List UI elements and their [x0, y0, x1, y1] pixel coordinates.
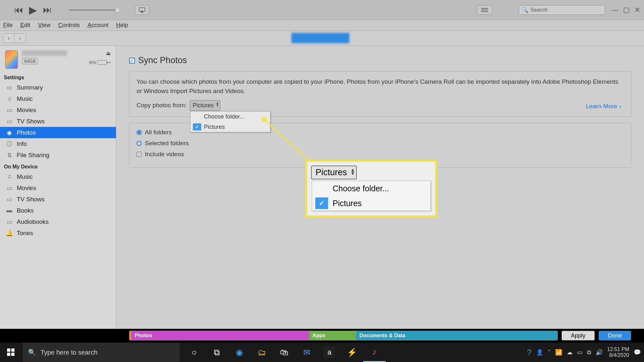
- people-tray-icon[interactable]: 👤: [536, 349, 543, 356]
- help-tray-icon[interactable]: ?: [527, 348, 531, 357]
- taskbar-search[interactable]: 🔍 Type here to search: [22, 343, 180, 362]
- menu-help[interactable]: Help: [116, 22, 128, 29]
- svg-rect-9: [7, 353, 10, 356]
- mail-icon[interactable]: ✉: [296, 343, 318, 362]
- search-input[interactable]: 🔍 Search: [519, 5, 605, 15]
- windows-taskbar: 🔍 Type here to search ○ ⧉ ◉ 🗂 🛍 ✉ a ⚡ ♪ …: [0, 343, 644, 362]
- eject-icon[interactable]: ⏏: [106, 50, 111, 56]
- sidebar-device-tvshows[interactable]: ▭TV Shows: [0, 194, 116, 205]
- learn-more-link[interactable]: Learn More ›: [586, 102, 621, 111]
- notifications-tray-icon[interactable]: 💬: [634, 349, 641, 356]
- copy-from-dropdown[interactable]: Pictures ▴▾ Choose folder... ✓Pictures: [190, 100, 220, 111]
- battery-icon: [97, 60, 107, 65]
- books-icon: ▬: [6, 207, 13, 214]
- callout-menu: Choose folder... ✓Pictures: [312, 181, 431, 211]
- taskbar-search-placeholder: Type here to search: [41, 349, 98, 356]
- onedrive-tray-icon[interactable]: ☁: [567, 349, 573, 356]
- maximize-icon[interactable]: ▢: [623, 6, 630, 14]
- callout-pictures[interactable]: ✓Pictures: [312, 196, 431, 211]
- menu-controls[interactable]: Controls: [58, 22, 80, 29]
- sidebar-device-tones[interactable]: 🔔Tones: [0, 227, 116, 239]
- sync-description-text: You can choose which photos from your co…: [137, 77, 624, 96]
- sidebar-item-movies[interactable]: ▭Movies: [0, 104, 116, 116]
- amazon-icon[interactable]: a: [324, 347, 335, 358]
- minimize-icon[interactable]: —: [611, 6, 619, 14]
- volume-tray-icon[interactable]: 🔊: [596, 349, 603, 356]
- forward-button[interactable]: ›: [14, 34, 25, 43]
- system-tray: ? 👤 ˄ 📶 ☁ ▭ ⧉ 🔊 12:51 PM 8/4/2020 💬: [527, 343, 644, 362]
- menu-file[interactable]: File: [3, 22, 13, 29]
- sidebar-device-movies[interactable]: ▭Movies: [0, 182, 116, 194]
- movies-icon: ▭: [6, 107, 13, 114]
- battery-tray-icon[interactable]: ▭: [577, 349, 582, 356]
- callout-dropdown[interactable]: Pictures ▴▾: [311, 166, 357, 179]
- cortana-icon[interactable]: ○: [183, 343, 205, 362]
- sidebar-item-photos[interactable]: ◉Photos: [0, 127, 116, 138]
- search-icon: 🔍: [28, 348, 36, 356]
- edge-icon[interactable]: ◉: [228, 343, 251, 362]
- radio-selected-folders[interactable]: Selected folders: [137, 140, 624, 147]
- device-header: 64GB ⏏ 6% +: [0, 46, 116, 71]
- checkmark-icon: ✓: [193, 123, 201, 130]
- sidebar-device-audiobooks[interactable]: ▭Audiobooks: [0, 216, 116, 227]
- dropbox-tray-icon[interactable]: ⧉: [587, 349, 591, 356]
- menu-choose-folder[interactable]: Choose folder...: [190, 111, 270, 122]
- sidebar-item-info[interactable]: ⓘInfo: [0, 138, 116, 149]
- play-icon[interactable]: ▶: [29, 4, 37, 16]
- storage-apps: Apps: [309, 331, 356, 340]
- prev-track-icon[interactable]: ⏮: [14, 5, 23, 15]
- app-icon[interactable]: ⚡: [341, 343, 363, 362]
- photos-icon: ◉: [6, 129, 13, 136]
- music-icon: ♫: [6, 173, 13, 180]
- next-track-icon[interactable]: ⏭: [43, 5, 52, 15]
- close-icon[interactable]: ✕: [634, 6, 640, 14]
- back-button[interactable]: ‹: [4, 34, 14, 43]
- menu-account[interactable]: Account: [88, 22, 109, 29]
- sidebar-header-device: On My Device: [0, 161, 116, 171]
- sidebar: 64GB ⏏ 6% + Settings ▭Summary ♫Music ▭Mo…: [0, 46, 116, 329]
- apply-button[interactable]: Apply: [562, 331, 595, 340]
- sidebar-item-tvshows[interactable]: ▭TV Shows: [0, 116, 116, 127]
- store-icon[interactable]: 🛍: [273, 343, 296, 362]
- itunes-taskbar-icon[interactable]: ♪: [363, 343, 386, 362]
- sync-photos-heading: ✓ Sync Photos: [129, 55, 631, 65]
- explorer-icon[interactable]: 🗂: [251, 343, 273, 362]
- menu-edit[interactable]: Edit: [20, 22, 30, 29]
- tray-expand-icon[interactable]: ˄: [548, 349, 551, 356]
- sync-photos-checkbox[interactable]: ✓: [129, 58, 135, 63]
- done-button[interactable]: Done: [599, 331, 631, 340]
- battery-pct: 6%: [89, 60, 96, 65]
- sidebar-item-filesharing[interactable]: ⇅File Sharing: [0, 149, 116, 161]
- sidebar-device-books[interactable]: ▬Books: [0, 205, 116, 216]
- wifi-tray-icon[interactable]: 📶: [555, 349, 562, 356]
- checkbox-include-videos[interactable]: Include videos: [137, 151, 624, 158]
- volume-slider[interactable]: [69, 9, 118, 11]
- info-icon: ⓘ: [6, 140, 13, 148]
- menubar: File Edit View Controls Account Help: [0, 20, 644, 31]
- svg-rect-7: [7, 348, 10, 352]
- airplay-button[interactable]: [135, 5, 149, 15]
- sidebar-item-music[interactable]: ♫Music: [0, 93, 116, 104]
- radio-off-icon: [137, 141, 142, 146]
- music-icon: ♫: [6, 95, 13, 102]
- bottom-bar: Photos Apps Documents & Data Apply Done: [116, 329, 644, 343]
- tray-clock[interactable]: 12:51 PM 8/4/2020: [607, 347, 629, 358]
- copy-from-label: Copy photos from:: [137, 101, 186, 110]
- radio-on-icon: [137, 130, 142, 135]
- device-name-redacted: [22, 50, 67, 56]
- dropdown-caret-icon: ▴▾: [351, 168, 354, 175]
- sidebar-item-summary[interactable]: ▭Summary: [0, 82, 116, 93]
- menu-pictures[interactable]: ✓Pictures: [190, 122, 270, 132]
- callout-choose-folder[interactable]: Choose folder...: [312, 181, 431, 196]
- movies-icon: ▭: [6, 185, 13, 192]
- search-icon: 🔍: [522, 7, 528, 14]
- list-view-button[interactable]: [477, 5, 492, 15]
- menu-view[interactable]: View: [38, 22, 51, 29]
- sync-photos-title: Sync Photos: [138, 55, 187, 65]
- tv-icon: ▭: [6, 118, 13, 125]
- battery-indicator: 6% +: [89, 60, 111, 65]
- sidebar-device-music[interactable]: ♫Music: [0, 171, 116, 182]
- start-button[interactable]: [0, 343, 22, 362]
- chevron-right-icon: ›: [619, 102, 621, 111]
- taskview-icon[interactable]: ⧉: [205, 343, 228, 362]
